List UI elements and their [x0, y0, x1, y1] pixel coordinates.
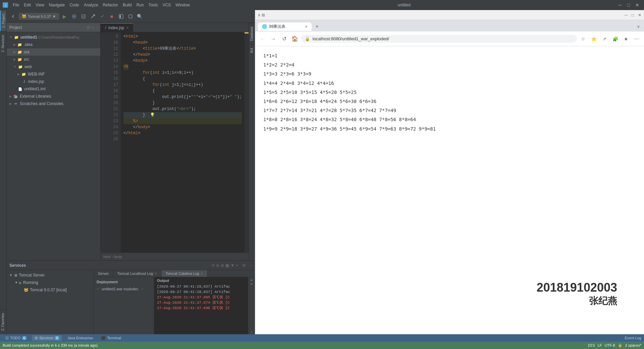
browser-tab-close-icon[interactable]: ✕ [305, 25, 308, 29]
menu-view[interactable]: View [34, 2, 46, 8]
tree-item-indexjsp[interactable]: J index.jsp [7, 78, 100, 85]
bottom-tab-todo[interactable]: ☑ TODO 6 [3, 335, 29, 341]
log-tab-close-icon[interactable]: ✕ [154, 272, 157, 276]
back-button[interactable]: ← [258, 34, 267, 44]
menu-build[interactable]: Build [121, 2, 134, 8]
editor-tab-indexjsp[interactable]: J index.jsp ✕ [101, 23, 133, 32]
code-content[interactable]: <html> <head> <title>99乘法表</title> </hea… [121, 32, 245, 252]
vertical-tab-structure[interactable]: 2: Structure [0, 31, 6, 56]
refresh-button[interactable]: ↺ [279, 34, 289, 44]
bottom-tab-services[interactable]: ⚙ Services 8 [32, 335, 62, 341]
build-project-btn[interactable] [99, 13, 106, 20]
tree-item-idea[interactable]: ▶ 📁 .idea [7, 41, 100, 48]
project-panel-gear-icon[interactable]: ≡ [92, 25, 94, 30]
tree-item-iml[interactable]: 📄 untitled1.iml [7, 85, 100, 93]
debug-button[interactable] [70, 13, 78, 20]
refresh-icon[interactable]: ↺ [211, 263, 215, 268]
browser-minimize-icon[interactable]: ─ [625, 13, 628, 17]
favorites-icon[interactable]: ★ [621, 34, 631, 44]
expand-icon[interactable]: ⊕ [221, 263, 224, 268]
group-icon[interactable]: ▦ [225, 263, 229, 268]
scroll-indicator[interactable] [245, 32, 249, 252]
filter-icon[interactable]: ▼ [230, 263, 234, 268]
project-panel-minimize-icon[interactable]: − [95, 25, 98, 30]
mult-row-8: 1*8=8 2*8=16 3*8=24 4*8=32 5*8=40 6*8=48… [263, 115, 636, 124]
search-btn[interactable]: 🔍 [136, 13, 144, 20]
breadcrumb-html[interactable]: html [103, 255, 110, 259]
menu-run[interactable]: Run [135, 2, 146, 8]
menu-code[interactable]: Code [67, 2, 81, 8]
tree-item-external[interactable]: ▶ 📚 External Libraries [7, 93, 100, 100]
vertical-tab-ant[interactable]: Ant [249, 44, 255, 56]
log-tab-catalina[interactable]: Tomcat Catalina Log ✕ [161, 270, 207, 277]
browser-tab-active[interactable]: 🌐 99乘法表 ✕ [258, 22, 312, 31]
scroll-up-icon[interactable]: ▲ [250, 278, 253, 282]
scroll-to-end-icon[interactable]: ⇓ [250, 330, 253, 334]
tree-item-untitled1[interactable]: ▼ 📁 untitled1 C:\Users\Freedom\IdeaProj [7, 34, 100, 41]
breadcrumb-body[interactable]: body [114, 255, 122, 259]
services-count: 8 [55, 336, 59, 340]
menu-file[interactable]: File [11, 2, 21, 8]
project-panel-settings-icon[interactable]: ⚙ [87, 25, 90, 30]
add-service-icon[interactable]: + [236, 263, 238, 268]
close-button[interactable]: ✕ [633, 2, 641, 8]
deployment-item[interactable]: ✓ untitled1:war explodec → [97, 286, 151, 292]
url-bar[interactable]: 🔒 localhost:8080/untitled1_war_exploded/ [301, 35, 577, 43]
bookmark-icon[interactable]: ☆ [578, 34, 588, 44]
stop-button[interactable]: ■ [108, 13, 115, 20]
menu-vcs[interactable]: VCS [161, 2, 173, 8]
collapse-icon[interactable]: ⊖ [216, 263, 219, 268]
build-btn[interactable] [89, 13, 97, 20]
log-tab-server[interactable]: Server [94, 270, 113, 277]
collections-icon[interactable]: ⭐ [589, 34, 598, 44]
menu-edit[interactable]: Edit [22, 2, 33, 8]
folder-web-icon: 📁 [18, 64, 23, 69]
forward-button[interactable]: → [269, 34, 278, 44]
event-log-label[interactable]: Event Log [625, 336, 641, 340]
mult-row-6: 1*6=6 2*6=12 3*6=18 4*6=24 5*6=30 6*6=36 [263, 97, 636, 106]
maximize-button[interactable]: □ [625, 2, 632, 8]
tree-label: WEB-INF [28, 72, 45, 77]
tree-item-webinf[interactable]: ▶ 📁 WEB-INF [7, 70, 100, 78]
vertical-tab-project[interactable]: 1: Project [0, 10, 6, 31]
browser-close-icon[interactable]: ✕ [638, 13, 641, 17]
tree-item-web[interactable]: ▼ 📁 web [7, 63, 100, 70]
code-editor[interactable]: 9 10 11 12 13 14 15 16 17 18 19 20 21 22 [101, 32, 249, 252]
run-configuration-selector[interactable]: 🐱 Tomcat 9.0.37 ▼ [19, 13, 59, 19]
minimize-services-icon[interactable]: − [250, 263, 252, 268]
tree-item-out[interactable]: ▶ 📁 out [7, 48, 100, 56]
log-tab-close-icon[interactable]: ✕ [201, 272, 203, 276]
browser-extensions-icon[interactable]: 🧩 [610, 34, 620, 44]
share-icon[interactable]: ↗ [600, 34, 609, 44]
services-tree-tomcat-instance[interactable]: ▶ 🐱 Tomcat 9.0.37 [local] [7, 286, 94, 294]
more-options-icon[interactable]: ⋯ [632, 34, 641, 44]
menu-window[interactable]: Window [173, 2, 192, 8]
browser-nav-bar: ← → ↺ 🏠 🔒 localhost:8080/untitled1_war_e… [255, 32, 644, 46]
settings-icon[interactable]: ⚙ [242, 263, 246, 268]
new-tab-button[interactable]: + [313, 22, 321, 31]
minimize-button[interactable]: ─ [616, 2, 624, 8]
menu-tools[interactable]: Tools [147, 2, 160, 8]
bottom-tab-terminal[interactable]: ⬛ Terminal [98, 335, 124, 341]
services-tree-running[interactable]: ▼ ▶ Running [7, 279, 94, 286]
menu-navigate[interactable]: Navigate [47, 2, 67, 8]
menu-refactor[interactable]: Refactor [101, 2, 120, 8]
menu-analyze[interactable]: Analyze [82, 2, 100, 8]
back-navigation-btn[interactable] [9, 13, 17, 20]
browser-maximize-icon[interactable]: □ [632, 13, 634, 17]
run-with-coverage-btn[interactable] [80, 13, 87, 20]
services-tree-tomcat[interactable]: ▼ 🖥 Tomcat Server [7, 271, 94, 279]
bottom-tab-java-enterprise[interactable]: Java Enterprise [65, 335, 96, 341]
tab-close-icon[interactable]: ✕ [126, 26, 129, 30]
chevron-down-icon[interactable]: ∨ [637, 24, 640, 29]
tree-item-src[interactable]: ▶ 📁 src [7, 56, 100, 63]
home-button[interactable]: 🏠 [290, 34, 300, 44]
log-tab-localhost[interactable]: Tomcat Localhost Log ✕ [113, 270, 161, 277]
run-button[interactable]: ▶ [61, 13, 68, 20]
frame-button[interactable] [117, 13, 125, 20]
scroll-down-icon[interactable]: ▼ [250, 282, 253, 286]
vertical-tab-favorites[interactable]: Z: Favorites [0, 309, 6, 334]
tree-item-scratches[interactable]: ▶ ✏ Scratches and Consoles [7, 100, 100, 107]
vertical-tab-database[interactable]: Database [249, 23, 255, 44]
edit-config-btn[interactable] [127, 13, 134, 20]
